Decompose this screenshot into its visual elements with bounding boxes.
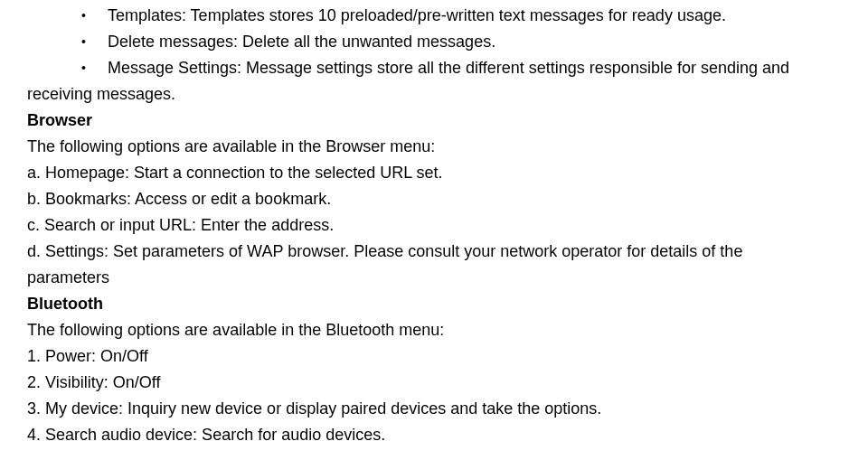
bullet-item-templates: • Templates: Templates stores 10 preload… bbox=[81, 4, 841, 28]
continuation-line: parameters bbox=[27, 266, 841, 290]
browser-option-a: a. Homepage: Start a connection to the s… bbox=[27, 161, 841, 185]
browser-option-d: d. Settings: Set parameters of WAP brows… bbox=[27, 239, 841, 264]
bluetooth-intro: The following options are available in t… bbox=[27, 318, 841, 343]
continuation-line: receiving messages. bbox=[27, 82, 841, 107]
bullet-dot-icon: • bbox=[81, 30, 86, 53]
bullet-text: Message Settings: Message settings store… bbox=[108, 56, 841, 80]
bullet-text: Delete messages: Delete all the unwanted… bbox=[108, 30, 841, 54]
bullet-item-message-settings: • Message Settings: Message settings sto… bbox=[81, 56, 841, 80]
bullet-list: • Templates: Templates stores 10 preload… bbox=[27, 4, 841, 80]
heading-browser: Browser bbox=[27, 108, 841, 133]
bullet-dot-icon: • bbox=[81, 56, 86, 80]
browser-intro: The following options are available in t… bbox=[27, 135, 841, 159]
bullet-text: Templates: Templates stores 10 preloaded… bbox=[108, 4, 841, 28]
bullet-item-delete-messages: • Delete messages: Delete all the unwant… bbox=[81, 30, 841, 54]
bluetooth-option-4: 4. Search audio device: Search for audio… bbox=[27, 423, 841, 447]
bluetooth-option-1: 1. Power: On/Off bbox=[27, 344, 841, 369]
bullet-dot-icon: • bbox=[81, 4, 86, 27]
browser-option-b: b. Bookmarks: Access or edit a bookmark. bbox=[27, 187, 841, 211]
bluetooth-option-3: 3. My device: Inquiry new device or disp… bbox=[27, 397, 841, 421]
browser-option-c: c. Search or input URL: Enter the addres… bbox=[27, 213, 841, 238]
bluetooth-option-2: 2. Visibility: On/Off bbox=[27, 371, 841, 395]
document-body: • Templates: Templates stores 10 preload… bbox=[0, 0, 868, 460]
heading-bluetooth: Bluetooth bbox=[27, 292, 841, 316]
